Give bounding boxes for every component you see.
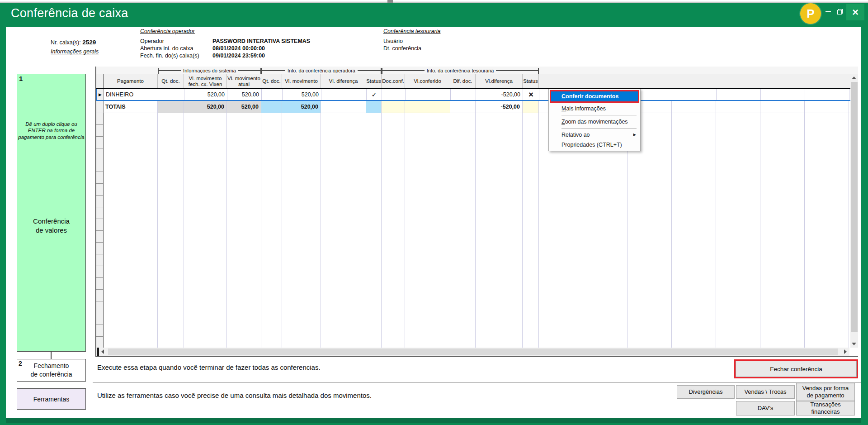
menu-item-relativo-ao[interactable]: Relativo ao ▶ — [550, 130, 639, 140]
grid-empty-area — [96, 113, 858, 348]
splitter-grip[interactable] — [97, 348, 99, 356]
step1-number: 1 — [19, 75, 23, 82]
grid-group-row: Informações do sistema Info. da conferên… — [96, 67, 858, 74]
status-fail-icon: × — [523, 89, 539, 100]
totais-qt-doc-op — [261, 101, 282, 113]
abertura-value: 08/01/2024 00:00:00 — [212, 45, 265, 52]
header-qt-doc-sistema: Qt. doc. — [158, 74, 184, 88]
menu-item-zoom-movimentacoes[interactable]: Zoom das movimentações — [550, 117, 639, 127]
step1-label: Conferência de valores — [17, 217, 85, 234]
vendas-forma-pagamento-button[interactable]: Vendas por forma de pagamento — [796, 383, 855, 401]
nr-caixa-value: 2529 — [82, 39, 96, 46]
fechamento-value: 09/01/2024 23:59:00 — [212, 53, 265, 59]
header-dif-doc: Dif. doc. — [450, 74, 476, 88]
close-button[interactable]: × — [846, 4, 864, 20]
header-vl-mov-fech: Vl. movimento fech. cx. Vixen — [184, 74, 227, 88]
nr-caixa-label: Nr. caixa(s): — [51, 39, 81, 46]
minimize-icon — [826, 11, 831, 12]
cell-vl-mov-fech: 520,00 — [184, 89, 227, 100]
close-icon: × — [852, 7, 859, 18]
scroll-down-icon[interactable] — [852, 343, 856, 345]
usuario-label: Usuário — [383, 38, 403, 44]
vendas-trocas-button[interactable]: Vendas \ Trocas — [736, 385, 795, 399]
totais-vl-diferenca-tes: -520,00 — [476, 101, 523, 113]
menu-separator — [561, 115, 637, 115]
group-conferencia-tesouraria: Info. da conferência tesouraria — [382, 67, 539, 74]
horizontal-scrollbar[interactable] — [96, 348, 849, 356]
payments-grid: Informações do sistema Info. da conferên… — [95, 67, 858, 357]
dt-conferencia-label: Dt. conferência — [383, 45, 421, 52]
scroll-up-icon[interactable] — [852, 76, 856, 79]
minimize-button[interactable] — [823, 6, 834, 17]
scroll-right-icon[interactable] — [844, 349, 847, 354]
header-qt-doc-operadora: Qt. doc. — [261, 74, 282, 88]
highlight-box: Fechar conferência — [734, 359, 858, 378]
cell-vl-diferenca-tes: -520,00 — [476, 89, 523, 100]
operador-label: Operador — [140, 38, 164, 44]
row-selector-icon: ▶ — [99, 92, 102, 97]
submenu-arrow-icon: ▶ — [633, 130, 636, 140]
row-selector-cell: ▶ — [97, 89, 104, 100]
totais-dif-doc — [450, 101, 476, 113]
header-pagamento: Pagamento — [104, 74, 158, 88]
cell-vl-diferenca-op — [321, 89, 367, 100]
totais-qt-doc-sis — [158, 101, 184, 113]
header-vl-mov-atual: Vl. movimento atual — [227, 74, 261, 88]
totais-vl-movimento: 520,00 — [282, 101, 321, 113]
menu-item-mais-informacoes[interactable]: Mais informações — [550, 104, 639, 114]
grid-header-row: Pagamento Qt. doc. Vl. movimento fech. c… — [96, 74, 858, 89]
header-status-op: Status — [366, 74, 382, 88]
tools-description: Utilize as ferramentas caso você precise… — [97, 392, 372, 399]
restore-button[interactable] — [835, 6, 845, 17]
header-vl-diferenca-tes: Vl.diferença — [476, 74, 523, 88]
transacoes-financeiras-button[interactable]: Transações financeiras — [796, 401, 855, 415]
vertical-scrollbar[interactable] — [850, 74, 858, 348]
totais-vl-mov-fech: 520,00 — [184, 101, 227, 113]
operador-value: PASSWORD INTERATIVA SISTEMAS — [212, 38, 310, 44]
status-ok-icon: ✓ — [367, 89, 382, 100]
user-avatar[interactable]: P — [800, 3, 821, 24]
context-menu: Conferir documentos Mais informações Zoo… — [548, 89, 641, 151]
cell-dif-doc — [451, 89, 476, 100]
header-filler — [539, 74, 858, 88]
menu-item-conferir-documentos[interactable]: Conferir documentos — [551, 91, 638, 101]
cell-vl-conferido — [406, 89, 451, 100]
totais-status-op — [366, 101, 382, 113]
nr-caixa: Nr. caixa(s): 2529 — [51, 39, 96, 46]
cell-vl-movimento: 520,00 — [283, 89, 321, 100]
header-selector-cell — [96, 74, 104, 88]
header-vl-conferido: Vl.conferido — [405, 74, 450, 88]
cell-doc-conf — [382, 89, 406, 100]
totais-vl-diferenca-op — [321, 101, 366, 113]
step2-description: Execute essa etapa quando você terminar … — [97, 363, 321, 371]
totais-vl-conferido — [405, 101, 450, 113]
step-connector-line — [51, 352, 52, 359]
restore-icon — [837, 9, 843, 14]
fechar-conferencia-button[interactable]: Fechar conferência — [736, 361, 857, 377]
header-vl-movimento: Vl. movimento — [282, 74, 321, 88]
step1-panel: 1 Dê um duplo clique ou ENTER na forma d… — [17, 74, 86, 352]
cell-pagamento: DINHEIRO — [104, 89, 158, 100]
cell-qt-doc-sis — [158, 89, 184, 100]
menu-separator — [561, 128, 637, 129]
row-header-strip — [96, 113, 104, 348]
header-status-tes: Status — [523, 74, 539, 88]
cell-qt-doc-op — [262, 89, 283, 100]
menu-item-propriedades[interactable]: Propriedades (CTRL+T) — [550, 140, 639, 150]
davs-button[interactable]: DAV's — [736, 401, 795, 415]
section-divider — [93, 382, 861, 383]
totais-doc-conf — [382, 101, 405, 113]
divergencias-button[interactable]: Divergências — [677, 385, 735, 399]
vertical-scroll-thumb[interactable] — [851, 82, 858, 332]
header-doc-conf: Doc.conf. — [382, 74, 405, 88]
step2-panel: 2 Fechamento de conferência — [17, 359, 86, 382]
window-title: Conferência de caixa — [11, 6, 128, 20]
totais-vl-mov-atual: 520,00 — [227, 101, 261, 113]
header-vl-diferenca-op: Vl. diferença — [321, 74, 366, 88]
table-row-dinheiro[interactable]: ▶ DINHEIRO 520,00 520,00 520,00 ✓ -520,0… — [96, 89, 858, 101]
fechamento-label: Fech. fin. do(s) caixa(s) — [140, 53, 199, 59]
conferencia-operador-title: Conferência operador — [140, 28, 195, 34]
window-bottom-edge — [6, 418, 861, 423]
scroll-left-icon[interactable] — [101, 349, 104, 354]
horizontal-scroll-thumb[interactable] — [108, 349, 838, 355]
